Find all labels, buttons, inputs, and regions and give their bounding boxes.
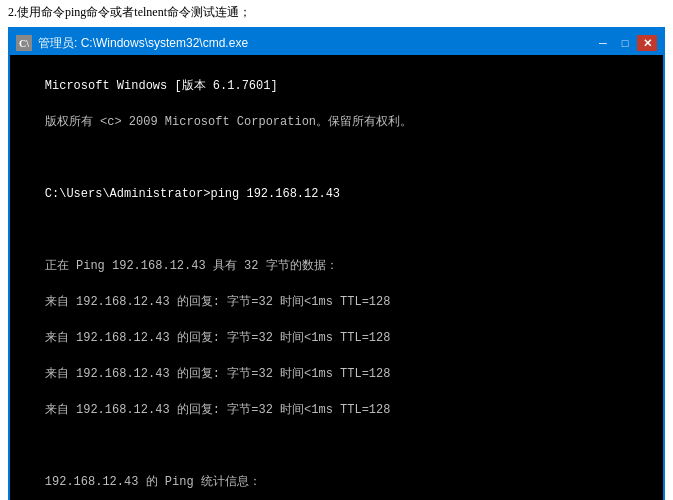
cmd-line-2: 版权所有 <c> 2009 Microsoft Corporation。保留所有… [45, 115, 412, 129]
cmd-title-text: 管理员: C:\Windows\system32\cmd.exe [38, 35, 593, 52]
cmd-buttons: ─ □ ✕ [593, 35, 657, 51]
cmd-line-12: 192.168.12.43 的 Ping 统计信息： [45, 475, 261, 489]
cmd-line-10: 来自 192.168.12.43 的回复: 字节=32 时间<1ms TTL=1… [45, 403, 391, 417]
cmd-line-1: Microsoft Windows [版本 6.1.7601] [45, 79, 278, 93]
cmd-content-area: Microsoft Windows [版本 6.1.7601] 版权所有 <c>… [10, 55, 663, 500]
cmd-line-6: 正在 Ping 192.168.12.43 具有 32 字节的数据： [45, 259, 338, 273]
minimize-button[interactable]: ─ [593, 35, 613, 51]
cmd-line-8: 来自 192.168.12.43 的回复: 字节=32 时间<1ms TTL=1… [45, 331, 391, 345]
cmd-line-9: 来自 192.168.12.43 的回复: 字节=32 时间<1ms TTL=1… [45, 367, 391, 381]
cmd-title-icon: C\ [16, 35, 32, 51]
cmd-window: C\ 管理员: C:\Windows\system32\cmd.exe ─ □ … [8, 27, 665, 500]
top-instruction: 2.使用命令ping命令或者telnent命令测试连通； [0, 0, 673, 27]
close-button[interactable]: ✕ [637, 35, 657, 51]
cmd-line-7: 来自 192.168.12.43 的回复: 字节=32 时间<1ms TTL=1… [45, 295, 391, 309]
cmd-titlebar: C\ 管理员: C:\Windows\system32\cmd.exe ─ □ … [10, 31, 663, 55]
maximize-button[interactable]: □ [615, 35, 635, 51]
cmd-line-4: C:\Users\Administrator>ping 192.168.12.4… [45, 187, 340, 201]
